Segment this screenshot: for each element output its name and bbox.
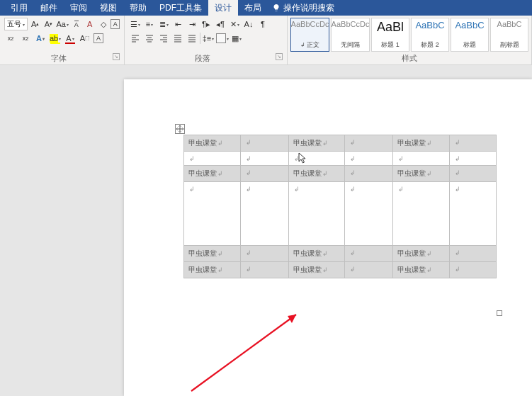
multilevel-list-button[interactable]: ≣▾	[157, 18, 170, 30]
ribbon: 五号▾ A▴ A▾ Aa▾ A A ◇ A x2 x2 A▾ ab▾ A▾ A⬚…	[0, 16, 532, 65]
text-effects-button[interactable]: A▾	[34, 32, 47, 45]
table-cell[interactable]: ↲	[240, 152, 288, 166]
show-marks-button[interactable]: ¶	[256, 18, 269, 30]
document-workspace[interactable]: 甲虫课堂↲↲甲虫课堂↲↲甲虫课堂↲↲↲↲↲↲↲↲甲虫课堂↲↲甲虫课堂↲↲甲虫课堂…	[0, 65, 532, 396]
table-cell[interactable]: ↲	[345, 182, 393, 246]
table-row[interactable]: ↲↲↲↲↲↲	[184, 152, 497, 166]
style-副标题[interactable]: AaBbC副标题	[490, 18, 528, 52]
table-cell[interactable]: ↲	[240, 182, 288, 246]
menu-布局[interactable]: 布局	[238, 0, 268, 16]
font-dialog-launcher[interactable]: ↘	[113, 53, 120, 60]
char-border-button[interactable]: A	[111, 19, 120, 29]
table-cell[interactable]: 甲虫课堂↲	[288, 262, 345, 278]
ltr-button[interactable]: ¶▸	[200, 18, 213, 30]
distributed-button[interactable]	[186, 32, 198, 45]
table-cell[interactable]: 甲虫课堂↲	[184, 166, 241, 182]
style-标题 1[interactable]: AaBl标题 1	[371, 18, 409, 52]
table-cell[interactable]: ↲	[345, 166, 393, 182]
lightbulb-icon	[272, 4, 281, 12]
table-cell[interactable]: 甲虫课堂↲	[393, 135, 450, 152]
table-cell[interactable]: 甲虫课堂↲	[288, 135, 345, 152]
table-cell[interactable]: ↲	[240, 135, 288, 152]
menu-审阅[interactable]: 审阅	[64, 0, 94, 16]
table-cell[interactable]: 甲虫课堂↲	[393, 246, 450, 262]
table-row[interactable]: 甲虫课堂↲↲甲虫课堂↲↲甲虫课堂↲↲	[184, 262, 497, 278]
table-resize-handle[interactable]	[497, 310, 502, 316]
tell-me-search[interactable]: 操作说明搜索	[272, 2, 334, 14]
highlight-button[interactable]: ab▾	[49, 32, 62, 45]
table-cell[interactable]: ↲	[450, 182, 497, 246]
decrease-indent-button[interactable]: ⇤	[171, 18, 184, 30]
table-row[interactable]: 甲虫课堂↲↲甲虫课堂↲↲甲虫课堂↲↲	[184, 246, 497, 262]
font-color-button[interactable]: A▾	[64, 32, 77, 45]
document-page[interactable]: 甲虫课堂↲↲甲虫课堂↲↲甲虫课堂↲↲↲↲↲↲↲↲甲虫课堂↲↲甲虫课堂↲↲甲虫课堂…	[124, 79, 532, 396]
table-cell[interactable]: ↲	[240, 246, 288, 262]
align-center-button[interactable]	[143, 32, 156, 45]
table-cell[interactable]: ↲	[450, 246, 497, 262]
grow-font-button[interactable]: A▴	[30, 18, 41, 30]
menu-PDF工具集[interactable]: PDF工具集	[153, 0, 208, 16]
subscript-button[interactable]: x2	[4, 32, 17, 45]
table-move-handle[interactable]	[175, 124, 185, 134]
table-cell[interactable]: ↲	[345, 135, 393, 152]
menu-设计[interactable]: 设计	[208, 0, 238, 16]
table-cell[interactable]: ↲	[288, 182, 345, 246]
font-button[interactable]: A	[94, 33, 103, 43]
table-cell[interactable]: ↲	[450, 135, 497, 152]
table-cell[interactable]: 甲虫课堂↲	[184, 246, 241, 262]
increase-indent-button[interactable]: ⇥	[186, 18, 198, 30]
table-cell[interactable]: ↲	[393, 152, 450, 166]
menu-视图[interactable]: 视图	[94, 0, 123, 16]
table-cell[interactable]: 甲虫课堂↲	[288, 246, 345, 262]
sort-button[interactable]: A↓	[242, 18, 255, 30]
table-cell[interactable]: 甲虫课堂↲	[184, 135, 241, 152]
table-row[interactable]: 甲虫课堂↲↲甲虫课堂↲↲甲虫课堂↲↲	[184, 135, 497, 152]
char-shading-button[interactable]: A⬚	[79, 32, 91, 45]
rtl-button[interactable]: ◂¶	[214, 18, 227, 30]
borders-button[interactable]: ▦▾	[230, 32, 243, 45]
align-justify-button[interactable]	[171, 32, 184, 45]
table-row[interactable]: 甲虫课堂↲↲甲虫课堂↲↲甲虫课堂↲↲	[184, 166, 497, 182]
menu-帮助[interactable]: 帮助	[123, 0, 153, 16]
table-cell[interactable]: ↲	[450, 166, 497, 182]
phonetic-guide-button[interactable]: A	[71, 18, 82, 30]
shrink-font-button[interactable]: A▾	[43, 18, 55, 30]
shading-button[interactable]: ▾	[216, 32, 229, 45]
superscript-button[interactable]: x2	[19, 32, 32, 45]
word-table[interactable]: 甲虫课堂↲↲甲虫课堂↲↲甲虫课堂↲↲↲↲↲↲↲↲甲虫课堂↲↲甲虫课堂↲↲甲虫课堂…	[183, 135, 497, 278]
table-cell[interactable]: ↲	[184, 182, 241, 246]
asian-layout-button[interactable]: ✕▾	[228, 18, 241, 30]
table-cell[interactable]: ↲	[345, 246, 393, 262]
style-标题 2[interactable]: AaBbC标题 2	[411, 18, 449, 52]
style-无间隔[interactable]: AaBbCcDc无间隔	[331, 18, 370, 52]
table-cell[interactable]: ↲	[288, 152, 345, 166]
font-size-combo[interactable]: 五号▾	[4, 18, 28, 30]
bullets-button[interactable]: ☰▾	[129, 18, 142, 30]
table-cell[interactable]: 甲虫课堂↲	[393, 166, 450, 182]
menu-邮件[interactable]: 邮件	[34, 0, 64, 16]
style-正文[interactable]: AaBbCcDc↲ 正文	[290, 18, 329, 52]
styles-group-label: 样式	[290, 52, 528, 64]
table-cell[interactable]: 甲虫课堂↲	[393, 262, 450, 278]
style-标题[interactable]: AaBbC标题	[451, 18, 489, 52]
table-cell[interactable]: ↲	[184, 152, 241, 166]
align-right-button[interactable]	[157, 32, 170, 45]
change-case-button[interactable]: Aa▾	[56, 18, 68, 30]
table-cell[interactable]: 甲虫课堂↲	[184, 262, 241, 278]
line-spacing-button[interactable]: ‡≡▾	[202, 32, 215, 45]
table-cell[interactable]: ↲	[345, 262, 393, 278]
table-cell[interactable]: ↲	[450, 262, 497, 278]
table-cell[interactable]: ↲	[240, 166, 288, 182]
table-cell[interactable]: ↲	[450, 152, 497, 166]
menu-引用[interactable]: 引用	[4, 0, 34, 16]
table-cell[interactable]: ↲	[393, 182, 450, 246]
table-row[interactable]: ↲↲↲↲↲↲	[184, 182, 497, 246]
table-cell[interactable]: 甲虫课堂↲	[288, 166, 345, 182]
paragraph-dialog-launcher[interactable]: ↘	[276, 53, 283, 60]
table-cell[interactable]: ↲	[345, 152, 393, 166]
align-left-button[interactable]	[129, 32, 142, 45]
enclose-char-button[interactable]: ◇	[98, 18, 109, 30]
clear-formatting-button[interactable]: A	[84, 18, 96, 30]
numbering-button[interactable]: ≡▾	[143, 18, 156, 30]
table-cell[interactable]: ↲	[240, 262, 288, 278]
